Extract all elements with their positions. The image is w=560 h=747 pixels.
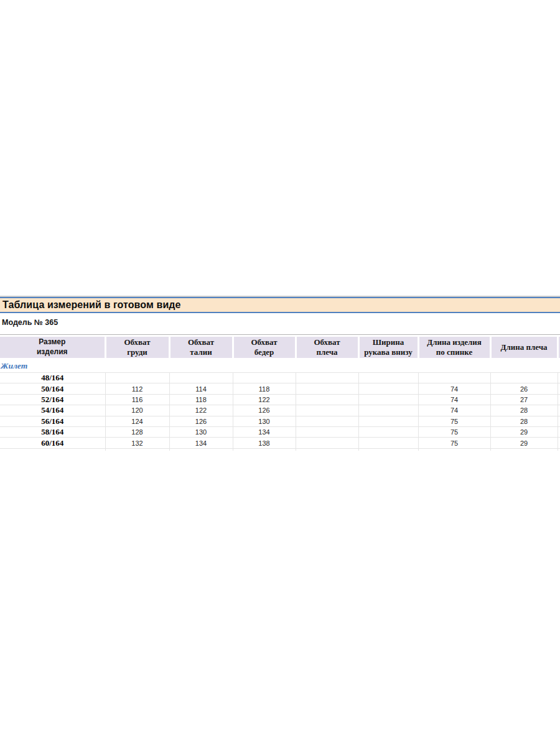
column-header-cutoff <box>558 337 560 358</box>
gridline-stub-row <box>0 448 560 451</box>
value-cell: 122 <box>169 405 233 416</box>
size-cell: 54/164 <box>0 405 105 416</box>
value-cell: 124 <box>105 416 169 426</box>
size-cell: 60/164 <box>0 438 105 448</box>
column-header-shoulder-length: Длина плеча <box>490 337 558 358</box>
table-row: 50/164 112 114 118 74 26 <box>0 383 560 394</box>
table-row: 52/164 116 118 122 74 27 <box>0 394 560 405</box>
page-root: { "header": { "title": "Таблица измерени… <box>0 0 560 747</box>
value-cell: 74 <box>418 383 490 394</box>
value-cell: 126 <box>233 405 296 416</box>
value-cell <box>105 373 169 383</box>
column-header-waist: Обхват талии <box>169 337 233 358</box>
value-cell-cutoff <box>558 438 560 448</box>
table-row: 48/164 <box>0 373 560 383</box>
value-cell: 130 <box>233 416 296 426</box>
value-cell: 138 <box>233 438 296 448</box>
column-header-back-length: Длина изделия по спинке <box>418 337 490 358</box>
value-cell-cutoff <box>558 426 560 437</box>
value-cell <box>296 383 358 394</box>
header-row: Размер изделия Обхват груди Обхват талии… <box>0 337 560 358</box>
value-cell <box>358 383 418 394</box>
model-label: Модель № 365 <box>2 318 58 327</box>
measurements-table: Размер изделия Обхват груди Обхват талии… <box>0 337 560 451</box>
table-row: 60/164 132 134 138 75 29 <box>0 438 560 448</box>
value-cell-cutoff <box>558 416 560 426</box>
value-cell <box>296 438 358 448</box>
value-cell: 130 <box>169 426 233 437</box>
value-cell <box>296 394 358 405</box>
value-cell: 74 <box>418 405 490 416</box>
value-cell: 26 <box>490 383 558 394</box>
group-label: Жилет <box>0 358 560 373</box>
title-bar: Таблица измерений в готовом виде <box>0 297 560 313</box>
value-cell: 28 <box>490 405 558 416</box>
value-cell <box>358 438 418 448</box>
value-cell: 122 <box>233 394 296 405</box>
value-cell: 128 <box>105 426 169 437</box>
column-header-shoulder-girth: Обхват плеча <box>296 337 358 358</box>
value-cell: 27 <box>490 394 558 405</box>
value-cell: 114 <box>169 383 233 394</box>
value-cell-cutoff <box>558 405 560 416</box>
table-row: 58/164 128 130 134 75 29 <box>0 426 560 437</box>
column-header-sleeve-width: Ширина рукава внизу <box>358 337 418 358</box>
table-row: 56/164 124 126 130 75 28 <box>0 416 560 426</box>
value-cell: 120 <box>105 405 169 416</box>
size-cell: 48/164 <box>0 373 105 383</box>
value-cell: 29 <box>490 426 558 437</box>
value-cell: 74 <box>418 394 490 405</box>
value-cell <box>358 426 418 437</box>
value-cell: 134 <box>169 438 233 448</box>
value-cell-cutoff <box>558 383 560 394</box>
size-cell: 52/164 <box>0 394 105 405</box>
value-cell <box>296 426 358 437</box>
value-cell <box>358 416 418 426</box>
column-header-size: Размер изделия <box>0 337 105 358</box>
value-cell-cutoff <box>558 373 560 383</box>
value-cell <box>296 373 358 383</box>
value-cell: 132 <box>105 438 169 448</box>
value-cell: 112 <box>105 383 169 394</box>
value-cell: 118 <box>233 383 296 394</box>
value-cell <box>169 373 233 383</box>
value-cell: 118 <box>169 394 233 405</box>
size-cell: 58/164 <box>0 426 105 437</box>
value-cell <box>233 373 296 383</box>
column-header-chest: Обхват груди <box>105 337 169 358</box>
value-cell: 75 <box>418 416 490 426</box>
size-cell: 50/164 <box>0 383 105 394</box>
value-cell <box>296 405 358 416</box>
value-cell: 28 <box>490 416 558 426</box>
value-cell <box>296 416 358 426</box>
value-cell: 75 <box>418 438 490 448</box>
value-cell: 134 <box>233 426 296 437</box>
value-cell: 75 <box>418 426 490 437</box>
group-row: Жилет <box>0 358 560 373</box>
value-cell: 126 <box>169 416 233 426</box>
value-cell <box>358 373 418 383</box>
value-cell <box>418 373 490 383</box>
value-cell-cutoff <box>558 394 560 405</box>
page-title: Таблица измерений в готовом виде <box>2 299 181 311</box>
value-cell: 29 <box>490 438 558 448</box>
value-cell <box>490 373 558 383</box>
value-cell: 116 <box>105 394 169 405</box>
table-top-rule <box>0 334 560 335</box>
value-cell <box>358 405 418 416</box>
value-cell <box>358 394 418 405</box>
size-cell: 56/164 <box>0 416 105 426</box>
column-header-hips: Обхват бедер <box>233 337 296 358</box>
table-row: 54/164 120 122 126 74 28 <box>0 405 560 416</box>
